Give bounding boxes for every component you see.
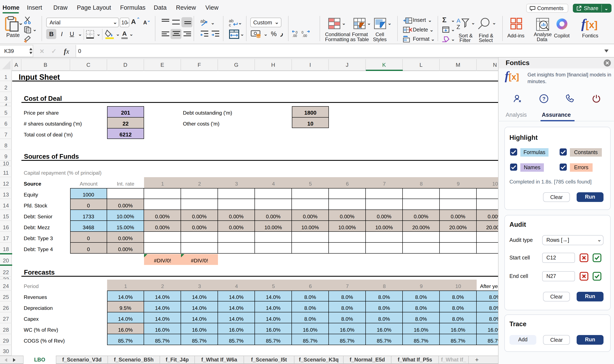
svg-text:ab: ab — [229, 18, 234, 23]
svg-text:Z: Z — [457, 24, 460, 30]
svg-text:A: A — [457, 18, 460, 24]
svg-text:0: 0 — [296, 31, 298, 34]
svg-text:?: ? — [542, 96, 546, 102]
svg-text:.00: .00 — [292, 34, 297, 38]
svg-text:.00: .00 — [302, 34, 307, 38]
svg-text:c: c — [229, 23, 231, 27]
svg-text:0: 0 — [301, 31, 303, 34]
